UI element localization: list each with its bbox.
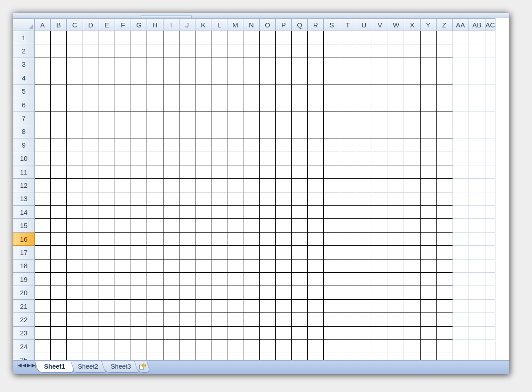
- cell-I9[interactable]: [163, 138, 179, 152]
- cell-AB7[interactable]: [469, 111, 485, 125]
- cell-L25[interactable]: [211, 353, 227, 360]
- cell-Y6[interactable]: [420, 98, 436, 111]
- cell-AA7[interactable]: [452, 111, 469, 125]
- cell-AB15[interactable]: [469, 219, 485, 232]
- cell-Y17[interactable]: [420, 246, 436, 259]
- cell-G23[interactable]: [131, 326, 147, 339]
- cell-N5[interactable]: [243, 85, 259, 98]
- cell-X16[interactable]: [404, 232, 420, 245]
- cell-A23[interactable]: [35, 326, 51, 339]
- cell-AC18[interactable]: [485, 259, 495, 272]
- cell-L3[interactable]: [211, 58, 227, 71]
- cell-X18[interactable]: [404, 259, 420, 272]
- cell-R8[interactable]: [308, 125, 324, 138]
- cell-R21[interactable]: [308, 299, 324, 313]
- cell-G3[interactable]: [131, 58, 147, 71]
- cell-K16[interactable]: [195, 232, 211, 245]
- cell-Z23[interactable]: [436, 326, 452, 339]
- cell-U13[interactable]: [356, 192, 372, 205]
- cell-F15[interactable]: [115, 219, 131, 232]
- cell-Q2[interactable]: [292, 44, 308, 58]
- cell-G20[interactable]: [131, 286, 147, 299]
- cell-F8[interactable]: [115, 125, 131, 138]
- cell-V7[interactable]: [372, 111, 388, 125]
- cell-U7[interactable]: [356, 111, 372, 125]
- cell-F12[interactable]: [115, 179, 131, 192]
- cell-K18[interactable]: [195, 259, 211, 272]
- cell-G21[interactable]: [131, 299, 147, 313]
- cell-R7[interactable]: [308, 111, 324, 125]
- cell-D9[interactable]: [83, 138, 99, 152]
- column-header-W[interactable]: W: [388, 19, 404, 31]
- cell-B22[interactable]: [51, 313, 67, 326]
- cell-AC23[interactable]: [485, 326, 495, 339]
- cell-S12[interactable]: [324, 179, 340, 192]
- cell-S22[interactable]: [324, 313, 340, 326]
- cell-I16[interactable]: [163, 232, 179, 245]
- cell-Z12[interactable]: [436, 179, 452, 192]
- cell-D10[interactable]: [83, 152, 99, 165]
- cell-W7[interactable]: [388, 111, 404, 125]
- cell-S2[interactable]: [324, 44, 340, 58]
- cell-X23[interactable]: [404, 326, 420, 339]
- cell-P13[interactable]: [275, 192, 291, 205]
- cell-B23[interactable]: [51, 326, 67, 339]
- cell-V23[interactable]: [372, 326, 388, 339]
- cell-AA25[interactable]: [452, 353, 469, 360]
- cell-X24[interactable]: [404, 339, 420, 353]
- cell-Q7[interactable]: [292, 111, 308, 125]
- cell-J15[interactable]: [179, 219, 195, 232]
- cell-AC12[interactable]: [485, 179, 495, 192]
- cell-K6[interactable]: [195, 98, 211, 111]
- cell-D2[interactable]: [83, 44, 99, 58]
- cell-E7[interactable]: [99, 111, 115, 125]
- cell-Z25[interactable]: [436, 353, 452, 360]
- cell-J10[interactable]: [179, 152, 195, 165]
- cell-Q1[interactable]: [292, 31, 308, 44]
- cell-AB22[interactable]: [469, 313, 485, 326]
- cell-M12[interactable]: [227, 179, 243, 192]
- cell-H11[interactable]: [147, 165, 163, 178]
- cell-X3[interactable]: [404, 58, 420, 71]
- cell-D17[interactable]: [83, 246, 99, 259]
- cell-K2[interactable]: [195, 44, 211, 58]
- cell-E21[interactable]: [99, 299, 115, 313]
- cell-V18[interactable]: [372, 259, 388, 272]
- cell-V25[interactable]: [372, 353, 388, 360]
- cell-A21[interactable]: [35, 299, 51, 313]
- cell-Z7[interactable]: [436, 111, 452, 125]
- cell-G11[interactable]: [131, 165, 147, 178]
- cell-Y1[interactable]: [420, 31, 436, 44]
- cell-E4[interactable]: [99, 71, 115, 85]
- cell-T1[interactable]: [340, 31, 356, 44]
- cell-AC7[interactable]: [485, 111, 495, 125]
- cell-H10[interactable]: [147, 152, 163, 165]
- cell-V5[interactable]: [372, 85, 388, 98]
- cell-L5[interactable]: [211, 85, 227, 98]
- cell-L24[interactable]: [211, 339, 227, 353]
- cell-W15[interactable]: [388, 219, 404, 232]
- cell-L2[interactable]: [211, 44, 227, 58]
- cell-O24[interactable]: [259, 339, 275, 353]
- cell-W10[interactable]: [388, 152, 404, 165]
- cell-B25[interactable]: [51, 353, 67, 360]
- cell-H17[interactable]: [147, 246, 163, 259]
- cell-N12[interactable]: [243, 179, 259, 192]
- column-header-A[interactable]: A: [35, 19, 51, 31]
- cell-H7[interactable]: [147, 111, 163, 125]
- cell-M23[interactable]: [227, 326, 243, 339]
- cell-B6[interactable]: [51, 98, 67, 111]
- cell-T5[interactable]: [340, 85, 356, 98]
- cell-E23[interactable]: [99, 326, 115, 339]
- cell-V8[interactable]: [372, 125, 388, 138]
- cell-AC10[interactable]: [485, 152, 495, 165]
- cell-AB4[interactable]: [469, 71, 485, 85]
- cell-H21[interactable]: [147, 299, 163, 313]
- next-record-icon[interactable]: ▶: [27, 362, 31, 368]
- cell-T3[interactable]: [340, 58, 356, 71]
- cell-AA18[interactable]: [452, 259, 469, 272]
- cell-Q3[interactable]: [292, 58, 308, 71]
- cell-D20[interactable]: [83, 286, 99, 299]
- cell-P11[interactable]: [275, 165, 291, 178]
- cell-AA2[interactable]: [452, 44, 469, 58]
